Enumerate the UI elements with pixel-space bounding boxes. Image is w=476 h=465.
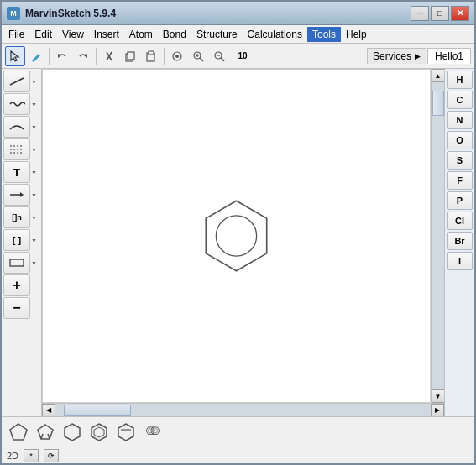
right-palette: H C N O S F P Cl Br I [444, 69, 474, 416]
zoom-out-btn[interactable] [209, 46, 229, 66]
menu-edit[interactable]: Edit [29, 27, 57, 42]
canvas-area[interactable] [42, 69, 431, 403]
scroll-up-btn[interactable]: ▲ [432, 69, 445, 82]
dashes-dropdown-arrow[interactable]: ▼ [31, 147, 39, 153]
text-dropdown-arrow[interactable]: ▼ [31, 170, 39, 175]
left-toolbar: ▼ ▼ ▼ [2, 69, 42, 416]
element-F-btn[interactable]: F [447, 171, 473, 190]
zoom-in-btn[interactable] [188, 46, 208, 66]
brackn-tool-group: []n ▼ [3, 206, 39, 228]
bond-dropdown-arrow[interactable]: ▼ [31, 79, 39, 85]
plus-btn[interactable]: + [3, 274, 30, 296]
close-button[interactable]: ✕ [451, 6, 469, 21]
cyclohexane-btn[interactable] [60, 421, 84, 444]
title-bar: M MarvinSketch 5.9.4 ─ □ ✕ [2, 2, 474, 25]
redo-btn[interactable] [73, 46, 93, 66]
bracket-btn[interactable]: [ ] [3, 229, 30, 251]
menu-help[interactable]: Help [341, 27, 372, 42]
paste-btn[interactable] [141, 46, 161, 66]
status-star-btn[interactable]: * [24, 449, 39, 462]
svg-point-27 [216, 216, 256, 256]
services-tab[interactable]: Services ▶ [367, 48, 426, 64]
menu-atom[interactable]: Atom [124, 27, 158, 42]
dashes-btn[interactable] [3, 138, 30, 160]
scroll-track-h[interactable] [55, 404, 431, 416]
main-area: ▼ ▼ ▼ [2, 69, 474, 416]
scroll-right-btn[interactable]: ▶ [431, 404, 444, 417]
arrow-btn[interactable] [3, 184, 30, 206]
wave-btn[interactable] [3, 93, 30, 115]
dashes-tool-group: ▼ [3, 138, 39, 160]
menu-view[interactable]: View [57, 27, 89, 42]
element-H-btn[interactable]: H [447, 71, 473, 89]
element-Cl-btn[interactable]: Cl [447, 212, 473, 230]
cyclohexene-btn[interactable] [114, 421, 138, 444]
menu-structure[interactable]: Structure [191, 27, 243, 42]
svg-line-31 [48, 434, 50, 439]
wave-dropdown-arrow[interactable]: ▼ [31, 102, 39, 107]
rect-dropdown-arrow[interactable]: ▼ [31, 260, 39, 266]
hello-tab[interactable]: Hello1 [427, 48, 471, 64]
minus-btn[interactable]: − [3, 297, 30, 319]
cyclopentane-btn[interactable] [7, 421, 30, 444]
menu-insert[interactable]: Insert [89, 27, 124, 42]
scroll-track-v[interactable] [432, 82, 444, 389]
cut-btn[interactable] [99, 46, 119, 66]
menu-tools[interactable]: Tools [307, 27, 341, 42]
bracket-dropdown-arrow[interactable]: ▼ [31, 238, 39, 243]
window-title: MarvinSketch 5.9.4 [25, 8, 411, 19]
plus-tool-group: + [3, 274, 39, 296]
bracket-n-btn[interactable]: []n [3, 206, 30, 228]
element-C-btn[interactable]: C [447, 91, 473, 109]
snap-btn[interactable] [167, 46, 187, 66]
toolbar: 10 Services ▶ Hello1 [2, 44, 474, 69]
svg-rect-9 [149, 51, 154, 55]
benzene-btn[interactable] [87, 421, 111, 444]
main-window: M MarvinSketch 5.9.4 ─ □ ✕ File Edit Vie… [0, 0, 476, 465]
svg-marker-24 [20, 192, 24, 197]
arc-btn[interactable] [3, 116, 30, 138]
rect-tool-group: ▼ [3, 252, 39, 274]
minus-tool-group: − [3, 297, 39, 319]
element-P-btn[interactable]: P [447, 191, 473, 210]
cyclopentadiene-btn[interactable] [34, 421, 57, 444]
arc-tool-group: ▼ [3, 116, 39, 138]
undo-btn[interactable] [52, 46, 72, 66]
menu-bond[interactable]: Bond [158, 27, 191, 42]
zoom-pct-btn[interactable]: 10 [230, 46, 255, 66]
element-S-btn[interactable]: S [447, 151, 473, 170]
scroll-thumb-h[interactable] [64, 405, 131, 416]
element-I-btn[interactable]: I [447, 252, 473, 270]
pencil-tool-btn[interactable] [26, 46, 46, 66]
single-bond-btn[interactable] [3, 71, 30, 92]
scroll-thumb-v[interactable] [432, 91, 444, 116]
minimize-button[interactable]: ─ [411, 6, 429, 21]
arc-dropdown-arrow[interactable]: ▼ [31, 124, 39, 130]
scroll-left-btn[interactable]: ◀ [42, 404, 55, 417]
svg-line-15 [200, 58, 203, 61]
rect-btn[interactable] [3, 252, 30, 274]
menu-calculations[interactable]: Calculations [243, 27, 307, 42]
text-btn[interactable]: T [3, 161, 30, 183]
naphthalene-btn[interactable] [141, 421, 165, 444]
menu-bar: File Edit View Insert Atom Bond Structur… [2, 25, 474, 44]
maximize-button[interactable]: □ [431, 6, 449, 21]
svg-marker-0 [11, 51, 18, 61]
svg-marker-26 [206, 201, 266, 270]
dimension-mode: 2D [7, 451, 18, 461]
canvas-container: ▲ ▼ ◀ ▶ [42, 69, 444, 416]
copy-btn[interactable] [120, 46, 140, 66]
svg-point-11 [175, 55, 179, 58]
element-O-btn[interactable]: O [447, 131, 473, 149]
select-tool-btn[interactable] [5, 46, 25, 66]
scroll-down-btn[interactable]: ▼ [432, 389, 445, 403]
element-Br-btn[interactable]: Br [447, 232, 473, 250]
status-refresh-btn[interactable]: ⟳ [44, 449, 59, 462]
element-N-btn[interactable]: N [447, 111, 473, 129]
molecule-display [43, 70, 430, 402]
svg-rect-7 [128, 52, 134, 60]
menu-file[interactable]: File [3, 27, 29, 42]
brackn-dropdown-arrow[interactable]: ▼ [31, 215, 39, 221]
svg-marker-28 [10, 424, 27, 440]
arrow-dropdown-arrow[interactable]: ▼ [31, 192, 39, 198]
